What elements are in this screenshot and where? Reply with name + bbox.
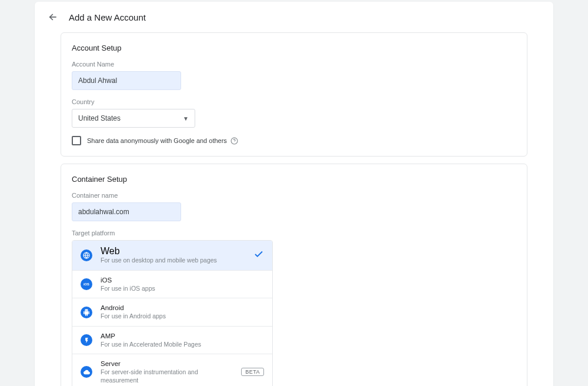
ios-icon: iOS [81, 278, 92, 290]
platform-item-web[interactable]: Web For use on desktop and mobile web pa… [72, 241, 272, 271]
share-data-checkbox[interactable] [72, 136, 81, 145]
share-data-label: Share data anonymously with Google and o… [87, 137, 227, 144]
platform-name: Server [101, 360, 233, 368]
page-header: Add a New Account [35, 2, 553, 32]
platform-name: Android [101, 304, 264, 312]
platform-text: Server For server-side instrumentation a… [101, 360, 233, 384]
platform-text: Web For use on desktop and mobile web pa… [101, 246, 245, 265]
country-field: Country United States ▼ [72, 98, 516, 128]
account-name-field: Account Name [72, 61, 516, 90]
container-name-field: Container name [72, 192, 516, 221]
country-select[interactable]: United States ▼ [72, 109, 195, 128]
help-icon[interactable] [230, 137, 238, 145]
back-button[interactable] [44, 9, 61, 25]
svg-text:iOS: iOS [83, 282, 89, 286]
container-setup-title: Container Setup [72, 175, 516, 184]
platform-list: Web For use on desktop and mobile web pa… [72, 240, 273, 386]
platform-desc: For use in Android apps [101, 312, 264, 321]
server-icon [81, 366, 92, 378]
target-platform-label: Target platform [72, 229, 516, 237]
platform-desc: For use in Accelerated Mobile Pages [101, 341, 264, 349]
arrow-left-icon [46, 11, 58, 23]
platform-name: Web [101, 246, 245, 257]
web-icon [81, 249, 92, 261]
platform-item-android[interactable]: Android For use in Android apps [72, 298, 272, 327]
share-data-label-wrap: Share data anonymously with Google and o… [87, 137, 238, 145]
platform-name: iOS [101, 276, 264, 285]
container-setup-card: Container Setup Container name Target pl… [61, 164, 527, 386]
android-icon [81, 307, 92, 318]
account-name-input[interactable] [72, 71, 181, 90]
account-setup-title: Account Setup [72, 44, 516, 52]
country-select-value: United States [78, 114, 121, 122]
platform-desc: For use on desktop and mobile web pages [101, 257, 245, 265]
country-label: Country [72, 98, 516, 105]
container-name-input[interactable] [72, 202, 181, 221]
check-icon [253, 249, 264, 262]
platform-text: iOS For use in iOS apps [101, 276, 264, 293]
platform-item-amp[interactable]: AMP For use in Accelerated Mobile Pages [72, 327, 272, 355]
account-name-label: Account Name [72, 61, 516, 68]
platform-text: Android For use in Android apps [101, 304, 264, 321]
platform-item-ios[interactable]: iOS iOS For use in iOS apps [72, 271, 272, 299]
amp-icon [81, 334, 92, 346]
main-panel: Add a New Account Account Setup Account … [35, 2, 553, 386]
platform-text: AMP For use in Accelerated Mobile Pages [101, 332, 264, 349]
page-title: Add a New Account [69, 12, 146, 22]
account-setup-card: Account Setup Account Name Country Unite… [61, 32, 527, 157]
chevron-down-icon: ▼ [183, 115, 189, 122]
container-name-label: Container name [72, 192, 516, 199]
beta-badge: BETA [241, 368, 264, 376]
platform-name: AMP [101, 332, 264, 341]
platform-item-server[interactable]: Server For server-side instrumentation a… [72, 354, 272, 386]
platform-desc: For server-side instrumentation and meas… [101, 368, 233, 384]
share-data-row: Share data anonymously with Google and o… [72, 136, 516, 145]
platform-desc: For use in iOS apps [101, 285, 264, 293]
